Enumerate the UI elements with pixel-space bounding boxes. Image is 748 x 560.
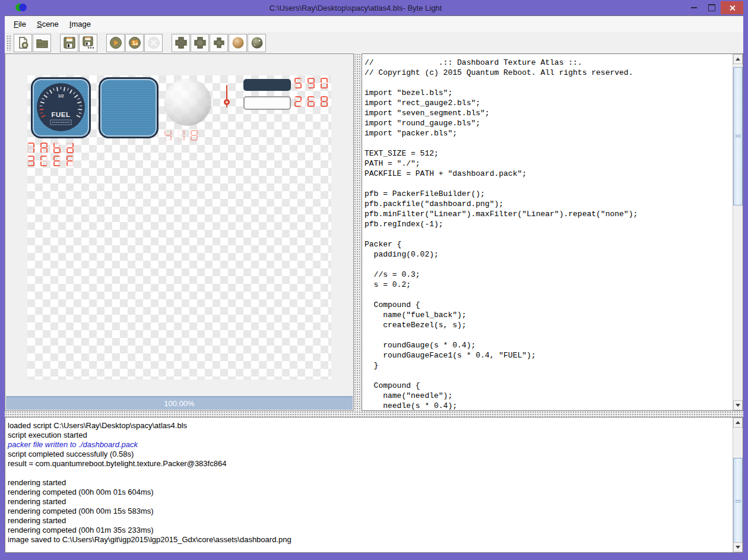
scroll-down-button[interactable] <box>733 542 743 552</box>
save-as-icon <box>82 36 95 49</box>
zoom-level-bar[interactable]: 100.00% <box>6 396 353 410</box>
horizontal-splitter[interactable] <box>5 411 743 417</box>
menu-item-image[interactable]: Image <box>64 18 96 30</box>
render-image-icon <box>128 36 141 49</box>
save-icon <box>63 36 76 49</box>
seven-segment-digit-1 <box>178 130 185 141</box>
seven-segment-digit-C <box>40 156 47 166</box>
run-script-button[interactable] <box>106 34 125 52</box>
fuel-gauge-texture: 1/2 FUEL <box>31 77 91 138</box>
script-code-text[interactable]: // .:: Dashboard Texture Atlas ::. // Co… <box>362 54 733 410</box>
seven-segment-digit-5 <box>294 78 302 88</box>
seven-segment-digit-6 <box>308 96 315 107</box>
log-scrollbar-thumb[interactable] <box>733 458 743 546</box>
minimize-icon <box>691 7 697 8</box>
scroll-up-button[interactable] <box>733 417 743 428</box>
log-line: rendering competed (00h 00m 15s 583ms) <box>8 507 730 516</box>
log-line: loaded script C:\Users\Ray\Desktop\spacy… <box>8 421 730 431</box>
log-line: result = com.quantumreboot.bytelight.tex… <box>8 459 730 469</box>
texture-preview-panel[interactable]: 1/2 FUEL 100.00% <box>5 53 354 411</box>
vertical-splitter[interactable] <box>354 53 362 411</box>
sphere-olive-icon <box>251 36 264 49</box>
arrow-up-icon <box>736 58 740 61</box>
minimize-button[interactable] <box>685 1 703 14</box>
seven-segment-digits-7abd <box>27 143 80 153</box>
seven-segment-digit-b <box>53 143 61 153</box>
toolbar-separator <box>163 43 172 43</box>
log-line: rendering competed (00h 01m 35s 233ms) <box>8 526 730 535</box>
seven-segment-digits-268 <box>294 96 334 107</box>
seven-segment-digit-9 <box>308 78 315 88</box>
window-title: C:\Users\Ray\Desktop\spacy\atlas4.bls- B… <box>26 4 685 12</box>
seven-segment-digits-590 <box>294 78 334 88</box>
run-icon <box>109 36 122 49</box>
editor-scrollbar-thumb[interactable] <box>733 67 743 205</box>
open-button[interactable] <box>33 34 51 52</box>
arrow-down-icon <box>736 546 740 549</box>
arrow-down-icon <box>736 404 740 407</box>
toolbar <box>5 32 743 53</box>
pack-cross-icon <box>175 36 188 49</box>
maximize-button[interactable] <box>703 1 721 14</box>
zoom-level-value: 100.00% <box>164 399 194 408</box>
save-as-button[interactable] <box>79 34 97 52</box>
log-line: image saved to C:\Users\Ray\git\igp2015\… <box>8 535 730 545</box>
log-line-note: packer file written to ./dashboard.pack <box>8 440 730 450</box>
round-gauge-face: 1/2 FUEL <box>37 83 85 131</box>
scrollbar-grip-icon <box>736 135 741 138</box>
stop-button <box>144 34 163 52</box>
gauge-brand-plate <box>50 120 71 125</box>
log-line <box>8 469 730 478</box>
window-controls <box>685 0 743 15</box>
pack-3-button[interactable] <box>210 34 228 52</box>
gauge-half-label: 1/2 <box>58 94 64 98</box>
render-image-button[interactable] <box>125 34 144 52</box>
needle-texture <box>224 85 230 109</box>
seven-segment-digit-F <box>66 156 74 166</box>
log-output-panel[interactable]: loaded script C:\Users\Ray\Desktop\spacy… <box>5 417 743 553</box>
seven-segment-digit-2 <box>294 96 302 107</box>
script-editor-panel[interactable]: // .:: Dashboard Texture Atlas ::. // Co… <box>362 53 743 411</box>
sphere-olive-button[interactable] <box>248 34 266 52</box>
new-file-button[interactable] <box>14 34 32 52</box>
titlebar[interactable]: C:\Users\Ray\Desktop\spacy\atlas4.bls- B… <box>0 0 748 15</box>
save-button[interactable] <box>60 34 78 52</box>
scrollbar-grip-icon <box>736 500 741 504</box>
bezel-texture <box>99 77 159 138</box>
stop-icon <box>147 36 160 49</box>
pack-1-button[interactable] <box>172 34 190 52</box>
sphere-tan-button[interactable] <box>229 34 247 52</box>
needle-hub <box>224 99 230 105</box>
log-lines: loaded script C:\Users\Ray\Desktop\spacy… <box>5 417 733 552</box>
seven-segment-digit-4 <box>164 130 172 141</box>
arrow-up-icon <box>736 421 740 424</box>
seven-segment-digit-7 <box>27 143 34 153</box>
scroll-up-button[interactable] <box>733 54 743 64</box>
seven-segment-digit-A <box>40 143 47 153</box>
log-line: script execution started <box>8 431 730 440</box>
open-folder-icon <box>36 36 49 49</box>
scroll-down-button[interactable] <box>733 400 743 410</box>
log-line: rendering competed (00h 00m 01s 604ms) <box>8 488 730 497</box>
app-icon <box>15 4 26 12</box>
menu-bar: FileSceneImage <box>5 15 743 32</box>
editor-scrollbar[interactable] <box>733 54 743 410</box>
menu-item-scene[interactable]: Scene <box>31 18 64 30</box>
rect-gauge-dark-texture <box>243 79 291 91</box>
pack-cross-filled-icon <box>194 36 207 49</box>
seven-segment-digit-8 <box>191 130 198 141</box>
new-file-icon <box>17 36 30 49</box>
toolbar-separator <box>52 43 60 43</box>
pack-2-button[interactable] <box>191 34 209 52</box>
toolbar-grip-handle[interactable] <box>7 35 11 50</box>
menu-item-file[interactable]: File <box>8 18 31 30</box>
log-line: rendering started <box>8 478 730 488</box>
log-scrollbar[interactable] <box>733 417 743 552</box>
close-button[interactable] <box>721 1 743 14</box>
gauge-fuel-label: FUEL <box>51 111 70 118</box>
close-icon <box>729 5 736 11</box>
sphere-tan-icon <box>232 36 245 49</box>
maximize-icon <box>708 4 715 11</box>
log-line: rendering started <box>8 516 730 526</box>
toolbar-separator <box>98 43 106 43</box>
